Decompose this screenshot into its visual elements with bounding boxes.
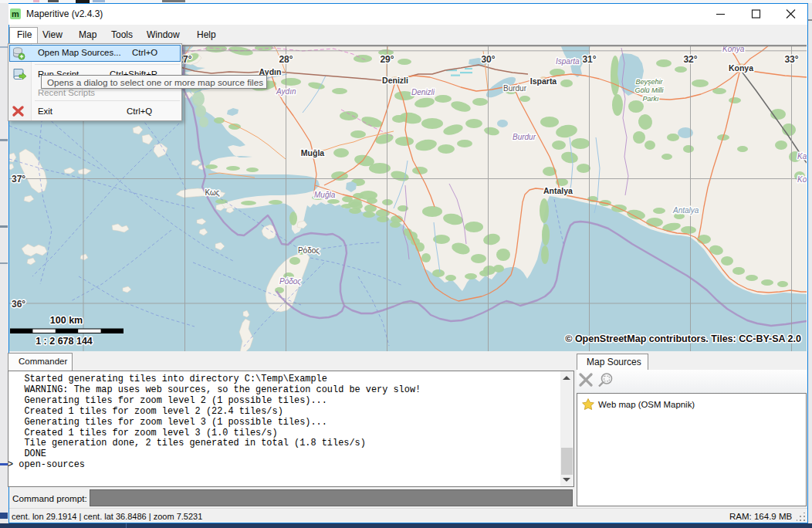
- svg-text:Kar: Kar: [797, 152, 807, 161]
- svg-text:29°: 29°: [380, 54, 394, 65]
- svg-text:Denizli: Denizli: [382, 76, 408, 85]
- svg-text:Gölü Milli: Gölü Milli: [634, 86, 664, 94]
- svg-text:Aydın: Aydın: [276, 87, 296, 96]
- svg-text:36°: 36°: [12, 299, 25, 310]
- svg-text:30°: 30°: [481, 54, 495, 65]
- svg-text:© OpenStreetMap contributors.: © OpenStreetMap contributors. Tiles: CC-…: [565, 333, 801, 344]
- svg-text:Burdur: Burdur: [513, 133, 536, 141]
- svg-text:31°: 31°: [582, 54, 596, 65]
- svg-text:37°: 37°: [12, 174, 25, 184]
- svg-text:Muğla: Muğla: [301, 148, 324, 157]
- svg-text:Parkı: Parkı: [642, 95, 659, 103]
- svg-text:1 : 2 678 144: 1 : 2 678 144: [36, 336, 93, 347]
- svg-text:Isparta: Isparta: [530, 76, 557, 86]
- svg-text:Muğla: Muğla: [314, 191, 336, 199]
- svg-text:Antalya: Antalya: [672, 206, 699, 215]
- svg-text:Kon: Kon: [797, 175, 807, 184]
- svg-text:100 km: 100 km: [50, 315, 83, 326]
- svg-text:33°: 33°: [784, 54, 798, 65]
- svg-text:32°: 32°: [683, 54, 697, 65]
- svg-text:Κως: Κως: [205, 188, 219, 197]
- svg-text:Konya: Konya: [729, 63, 753, 73]
- svg-text:Antalya: Antalya: [543, 186, 573, 195]
- svg-text:Isparta: Isparta: [556, 57, 580, 66]
- svg-text:Burdur: Burdur: [503, 84, 527, 93]
- svg-text:Ρόδος: Ρόδος: [279, 277, 301, 286]
- svg-text:Denizli: Denizli: [411, 88, 435, 96]
- svg-text:Beyşehir: Beyşehir: [635, 78, 663, 86]
- svg-text:28°: 28°: [279, 54, 293, 65]
- svg-text:Ρόδος: Ρόδος: [298, 246, 320, 255]
